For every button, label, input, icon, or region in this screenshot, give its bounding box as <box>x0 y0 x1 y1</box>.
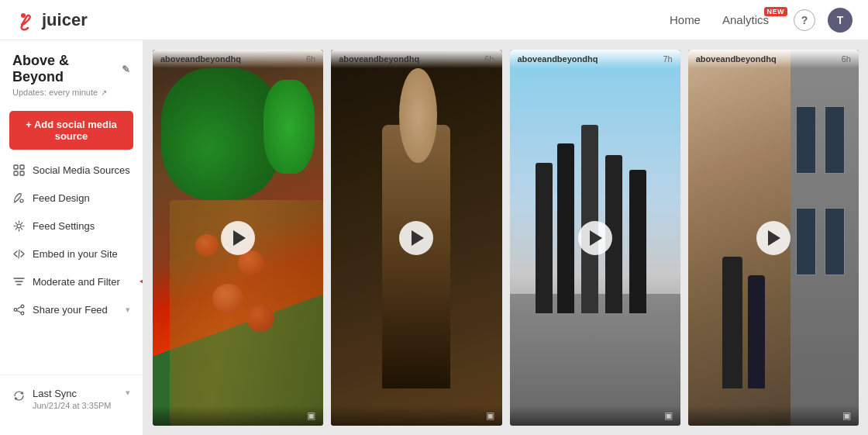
nav-analytics: Analytics NEW <box>722 13 769 26</box>
feed-card: aboveandbeyondhq 6h ▣ <box>331 50 501 426</box>
play-button[interactable] <box>756 221 790 255</box>
card-username: aboveandbeyondhq <box>339 54 419 64</box>
sidebar-item-feed-settings[interactable]: Feed Settings <box>0 212 143 240</box>
header: juicer Home Analytics NEW ? T <box>0 0 868 40</box>
filter-icon <box>12 275 25 288</box>
feed-grid: aboveandbeyondhq 6h <box>153 50 859 426</box>
sidebar: Above & Beyond ✎ Updates: every minute ↗… <box>0 40 143 435</box>
feed-card: aboveandbeyondhq 6h <box>153 50 323 426</box>
sidebar-item-social-media-sources[interactable]: Social Media Sources <box>0 156 143 184</box>
play-icon <box>233 230 246 246</box>
help-button[interactable]: ? <box>794 9 815 31</box>
avatar[interactable]: T <box>828 8 852 33</box>
logo[interactable]: juicer <box>16 9 88 31</box>
last-sync-title: Last Sync <box>33 388 118 399</box>
sidebar-item-embed-site[interactable]: Embed in your Site <box>0 240 143 268</box>
sidebar-item-label: Feed Design <box>33 192 130 204</box>
external-link-icon: ↗ <box>101 88 107 97</box>
sidebar-bottom: Last Sync Jun/21/24 at 3:35PM ▾ <box>0 375 143 423</box>
card-time: 6h <box>306 54 315 64</box>
sidebar-item-label: Embed in your Site <box>33 248 130 260</box>
nav-analytics-link[interactable]: Analytics <box>722 13 769 26</box>
sidebar-item-label: Feed Settings <box>33 220 130 232</box>
feed-card: aboveandbeyondhq 7h <box>510 50 680 426</box>
logo-icon <box>16 9 37 31</box>
feed-content: aboveandbeyondhq 6h <box>143 40 868 435</box>
svg-rect-2 <box>20 165 24 169</box>
settings-icon <box>12 219 25 232</box>
palette-icon <box>12 192 25 204</box>
sync-icon <box>12 389 25 402</box>
nav-home[interactable]: Home <box>670 13 701 26</box>
add-source-button[interactable]: + Add social media source <box>9 111 133 150</box>
svg-point-0 <box>21 13 26 18</box>
svg-rect-3 <box>14 171 18 175</box>
card-username: aboveandbeyondhq <box>160 54 241 64</box>
card-username: aboveandbeyondhq <box>696 54 777 64</box>
feed-subtitle: Updates: every minute ↗ <box>12 88 130 97</box>
feed-title: Above & Beyond ✎ <box>12 53 130 85</box>
play-icon <box>768 230 780 246</box>
header-actions: ? T <box>794 8 852 33</box>
sidebar-item-label: Moderate and Filter <box>33 276 130 288</box>
share-icon <box>12 303 25 316</box>
sidebar-menu: Social Media Sources Feed Design <box>0 156 143 371</box>
header-nav: Home Analytics NEW <box>670 13 769 26</box>
svg-rect-4 <box>20 171 24 175</box>
grid-icon <box>12 164 25 176</box>
sidebar-header: Above & Beyond ✎ Updates: every minute ↗ <box>0 40 143 102</box>
play-button[interactable] <box>221 221 255 255</box>
sidebar-item-label: Social Media Sources <box>33 164 130 176</box>
card-header: aboveandbeyondhq 6h <box>688 50 859 68</box>
svg-point-6 <box>17 224 21 228</box>
card-header: aboveandbeyondhq 6h <box>331 50 501 68</box>
card-footer: ▣ <box>688 406 859 426</box>
sidebar-item-label: Share your Feed <box>33 304 118 316</box>
play-icon <box>412 230 424 246</box>
play-button[interactable] <box>578 221 612 255</box>
svg-rect-1 <box>14 165 18 169</box>
card-footer: ▣ <box>153 406 323 426</box>
card-footer: ▣ <box>331 406 501 426</box>
play-button[interactable] <box>399 221 433 255</box>
analytics-badge: NEW <box>764 7 788 16</box>
play-icon <box>590 230 602 246</box>
sidebar-item-share-feed[interactable]: Share your Feed ▾ <box>0 295 143 323</box>
last-sync-time: Jun/21/24 at 3:35PM <box>33 401 118 410</box>
card-time: 6h <box>842 54 851 64</box>
svg-point-5 <box>20 199 23 202</box>
svg-point-7 <box>21 305 24 308</box>
chevron-down-icon-sync: ▾ <box>126 388 130 398</box>
last-sync-content: Last Sync Jun/21/24 at 3:35PM <box>33 388 118 410</box>
instagram-icon: ▣ <box>486 410 494 421</box>
card-header: aboveandbeyondhq 7h <box>510 50 680 68</box>
card-footer: ▣ <box>510 406 680 426</box>
instagram-icon: ▣ <box>664 410 673 421</box>
instagram-icon: ▣ <box>307 410 315 421</box>
sidebar-item-feed-design[interactable]: Feed Design <box>0 184 143 212</box>
main-layout: Above & Beyond ✎ Updates: every minute ↗… <box>0 40 868 435</box>
feed-card: aboveandbeyondhq 6h <box>688 50 859 426</box>
chevron-down-icon: ▾ <box>126 305 130 315</box>
sidebar-item-moderate-filter[interactable]: Moderate and Filter <box>0 268 143 295</box>
svg-point-8 <box>14 308 17 311</box>
card-header: aboveandbeyondhq 6h <box>153 50 323 68</box>
code-icon <box>12 247 25 260</box>
card-time: 7h <box>663 54 673 64</box>
instagram-icon: ▣ <box>842 410 851 421</box>
card-time: 6h <box>484 54 494 64</box>
edit-icon[interactable]: ✎ <box>122 64 130 75</box>
svg-point-9 <box>21 312 24 315</box>
card-username: aboveandbeyondhq <box>518 54 598 64</box>
sidebar-item-last-sync[interactable]: Last Sync Jun/21/24 at 3:35PM ▾ <box>12 381 130 416</box>
